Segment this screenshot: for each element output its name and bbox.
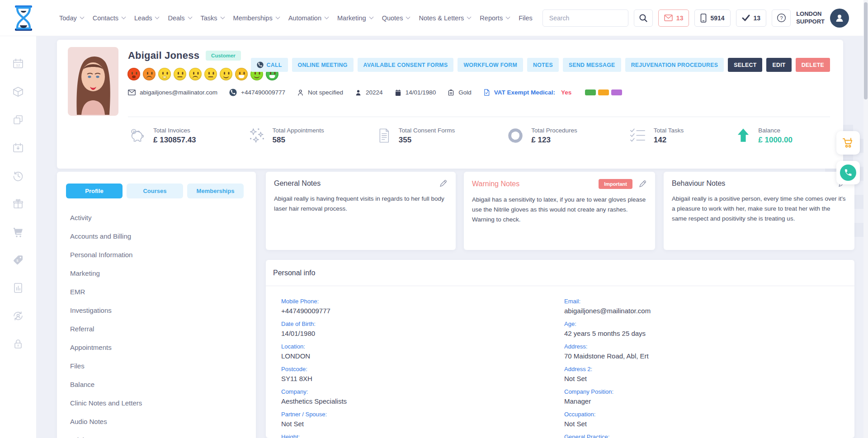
app-logo-hourglass-icon[interactable] — [13, 5, 34, 31]
menu-item-balance[interactable]: Balance — [70, 375, 256, 394]
menu-item-files[interactable]: Files — [70, 357, 256, 375]
search-input[interactable] — [543, 14, 628, 22]
mood-face-2[interactable] — [143, 68, 156, 80]
mood-face-4[interactable] — [174, 68, 186, 80]
patient-vat-status[interactable]: VAT Exempt Medical:Yes — [483, 89, 572, 96]
svg-text:$: $ — [16, 259, 19, 263]
calls-badge[interactable]: 5914 — [694, 9, 730, 27]
tasks-badge[interactable]: 13 — [736, 9, 767, 27]
select-button[interactable]: SELECT — [728, 58, 762, 72]
calendar-import-icon[interactable] — [12, 142, 24, 154]
messages-badge[interactable]: 13 — [658, 9, 689, 27]
send-message-button[interactable]: SEND MESSAGE — [563, 58, 621, 72]
notes-button[interactable]: NOTES — [527, 58, 559, 72]
cart-icon — [842, 137, 854, 149]
floating-call-button[interactable] — [836, 161, 860, 184]
mood-face-3[interactable] — [158, 68, 171, 80]
stat-total-consent-forms: Total Consent Forms355 — [375, 127, 455, 145]
menu-item-clinic-notes-and-letters[interactable]: Clinic Notes and Letters — [70, 394, 256, 412]
available-consent-forms-button[interactable]: AVAILABLE CONSENT FORMS — [358, 58, 454, 72]
search-box — [542, 9, 628, 27]
chevron-down-icon — [506, 15, 510, 19]
nav-marketing[interactable]: Marketing — [337, 14, 373, 22]
mail-icon — [664, 14, 673, 21]
nav-memberships[interactable]: Memberships — [233, 14, 279, 22]
menu-item-personal-information[interactable]: Personal Information — [70, 245, 256, 264]
lock-icon[interactable] — [12, 338, 24, 350]
nav-tasks[interactable]: Tasks — [201, 14, 224, 22]
help-icon: ? — [777, 13, 786, 23]
warning-notes-card: Warning Notes Important Abigail has a se… — [464, 172, 655, 250]
nav-files[interactable]: Files — [519, 14, 533, 22]
mood-face-6[interactable] — [204, 68, 217, 80]
tag-chip-orange[interactable] — [598, 89, 609, 95]
mood-eyes — [270, 72, 271, 75]
menu-item-activity[interactable]: Activity — [70, 208, 256, 227]
scrollbar-thumb[interactable] — [864, 2, 868, 99]
nav-contacts[interactable]: Contacts — [93, 14, 125, 22]
price-tag-icon[interactable]: $ — [12, 254, 24, 266]
svg-text:$: $ — [133, 130, 135, 134]
mood-mouth — [254, 75, 260, 78]
field-mobile-phone: Mobile Phone:+447490009777 — [281, 298, 564, 315]
copy-icon[interactable] — [12, 114, 24, 126]
menu-item-emr[interactable]: EMR — [70, 283, 256, 301]
user-sync-icon[interactable] — [12, 310, 24, 322]
menu-item-marketing[interactable]: Marketing — [70, 264, 256, 283]
consent-form-icon — [375, 127, 392, 145]
tab-courses[interactable]: Courses — [127, 184, 183, 198]
menu-item-drinks[interactable]: Drinks — [70, 431, 256, 438]
floating-cart-button[interactable] — [836, 131, 860, 155]
menu-item-accounts-and-billing[interactable]: Accounts and Billing — [70, 227, 256, 245]
cart-icon[interactable] — [12, 226, 24, 238]
mood-face-5[interactable] — [189, 68, 202, 80]
history-icon[interactable] — [12, 170, 24, 182]
menu-item-audio-notes[interactable]: Audio Notes — [70, 412, 256, 431]
search-button[interactable] — [634, 9, 653, 27]
edit-general-notes-button[interactable] — [439, 179, 448, 188]
tab-memberships[interactable]: Memberships — [187, 184, 244, 198]
edit-button[interactable]: EDIT — [766, 58, 791, 72]
person-icon — [355, 89, 362, 96]
workflow-form-button[interactable]: WORKFLOW FORM — [458, 58, 523, 72]
nav-notes-letters[interactable]: Notes & Letters — [419, 14, 471, 22]
mood-eyes — [239, 72, 241, 75]
nav-deals[interactable]: Deals — [168, 14, 191, 22]
menu-item-appointments[interactable]: Appointments — [70, 338, 256, 357]
mood-mouth — [269, 75, 275, 78]
mood-face-8[interactable] — [235, 68, 248, 80]
tab-profile[interactable]: Profile — [66, 184, 123, 198]
patient-email[interactable]: abigailjones@mailinator.com — [128, 89, 217, 96]
call-button[interactable]: CALL — [251, 58, 288, 72]
rejuvenation-procedures-button[interactable]: REJUVENATION PROCEDURES — [625, 58, 724, 72]
nav-reports[interactable]: Reports — [480, 14, 509, 22]
tag-chip-green[interactable] — [585, 89, 596, 95]
phone-icon — [257, 61, 264, 68]
help-button[interactable]: ? — [772, 9, 791, 27]
menu-item-referral[interactable]: Referral — [70, 320, 256, 338]
delete-button[interactable]: DELETE — [796, 58, 830, 72]
patient-phone[interactable]: +447490009777 — [229, 89, 285, 96]
chevron-down-icon — [80, 15, 84, 19]
nav-leads[interactable]: Leads — [134, 14, 159, 22]
mood-eyes — [224, 72, 225, 75]
menu-item-investigations[interactable]: Investigations — [70, 301, 256, 320]
scrollbar-track[interactable] — [863, 0, 868, 438]
online-meeting-button[interactable]: ONLINE MEETING — [292, 58, 354, 72]
gift-icon[interactable] — [12, 198, 24, 210]
calendar-icon[interactable]: 12 — [12, 58, 24, 70]
field-email: Email:abigailjones@mailinator.com — [564, 298, 847, 315]
tag-chip-purple[interactable] — [611, 89, 622, 95]
nav-today[interactable]: Today — [59, 14, 84, 22]
user-avatar[interactable] — [830, 9, 849, 28]
edit-warning-notes-button[interactable] — [638, 179, 647, 188]
document-icon — [483, 89, 490, 96]
nav-quotes[interactable]: Quotes — [382, 14, 410, 22]
report-icon[interactable] — [12, 282, 24, 294]
stat-total-appointments: Total Appointments585 — [247, 127, 324, 145]
mood-face-7[interactable] — [220, 68, 232, 80]
package-icon[interactable] — [12, 86, 24, 98]
field-occupation: Occupation:Not Set — [564, 411, 847, 428]
mood-face-1[interactable] — [127, 68, 140, 80]
nav-automation[interactable]: Automation — [288, 14, 328, 22]
